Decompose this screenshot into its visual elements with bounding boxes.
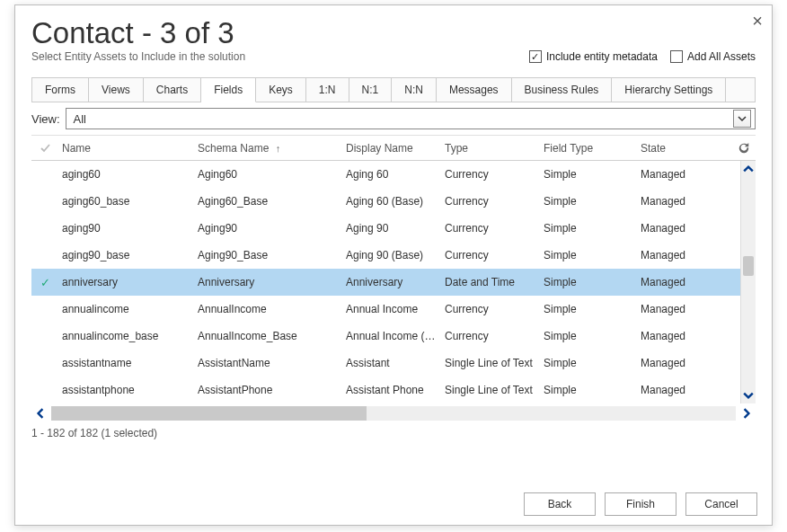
add-all-assets-checkbox[interactable]: Add All Assets: [670, 50, 756, 63]
subtitle-row: Select Entity Assets to Include in the s…: [31, 50, 756, 63]
table-row[interactable]: aging90_baseAging90_BaseAging 90 (Base)C…: [31, 242, 740, 269]
tab-keys[interactable]: Keys: [256, 78, 306, 102]
tab-1n[interactable]: 1:N: [306, 78, 349, 102]
tab-business-rules[interactable]: Business Rules: [512, 78, 613, 102]
tab-messages[interactable]: Messages: [437, 78, 512, 102]
scroll-down-icon[interactable]: [741, 387, 756, 403]
include-metadata-checkbox[interactable]: Include entity metadata: [529, 50, 658, 63]
hscroll-track[interactable]: [51, 406, 736, 421]
cell-schema: Anniversary: [198, 276, 346, 288]
cell-field-type: Simple: [544, 384, 641, 396]
scroll-thumb[interactable]: [743, 256, 754, 276]
table-row[interactable]: aging60_baseAging60_BaseAging 60 (Base)C…: [31, 188, 740, 215]
cell-field-type: Simple: [544, 195, 641, 208]
tab-fields[interactable]: Fields: [201, 78, 256, 102]
tab-nn[interactable]: N:N: [392, 78, 437, 102]
cell-type: Currency: [445, 222, 544, 235]
col-header-schema[interactable]: Schema Name ↑: [198, 142, 346, 155]
col-header-display[interactable]: Display Name: [346, 142, 445, 155]
col-header-field-type[interactable]: Field Type: [544, 142, 641, 155]
cell-display: Aging 60 (Base): [346, 195, 445, 208]
view-row: View: All: [31, 108, 756, 129]
cell-field-type: Simple: [544, 168, 641, 181]
tab-views[interactable]: Views: [89, 78, 144, 102]
cell-display: Annual Income (…: [346, 330, 445, 342]
table-row[interactable]: aging60Aging60Aging 60CurrencySimpleMana…: [31, 161, 740, 188]
cell-name: assistantphone: [58, 384, 198, 396]
cell-name: annualincome_base: [58, 330, 198, 342]
col-header-name[interactable]: Name: [58, 142, 198, 155]
cell-state: Managed: [641, 330, 740, 342]
cell-state: Managed: [641, 357, 740, 369]
fields-grid: Name Schema Name ↑ Display Name Type Fie…: [31, 135, 756, 403]
col-header-state[interactable]: State: [641, 142, 732, 155]
refresh-icon[interactable]: [732, 142, 756, 155]
tabs: Forms Views Charts Fields Keys 1:N N:1 N…: [31, 77, 756, 102]
cell-field-type: Simple: [544, 249, 641, 262]
checkbox-empty-icon: [670, 50, 683, 63]
vertical-scrollbar[interactable]: [740, 161, 756, 403]
page-title: Contact - 3 of 3: [31, 16, 756, 50]
scroll-up-icon[interactable]: [741, 161, 756, 177]
tabs-filler: [726, 78, 755, 102]
back-button[interactable]: Back: [524, 492, 596, 516]
cell-field-type: Simple: [544, 303, 641, 315]
tab-forms[interactable]: Forms: [32, 78, 89, 102]
close-icon[interactable]: ×: [752, 11, 763, 31]
cell-schema: AssistantName: [198, 357, 346, 369]
cell-schema: AnnualIncome: [198, 303, 346, 315]
table-row[interactable]: assistantphoneAssistantPhoneAssistant Ph…: [31, 377, 740, 403]
grid-header: Name Schema Name ↑ Display Name Type Fie…: [31, 136, 756, 161]
cell-display: Anniversary: [346, 276, 445, 288]
table-row[interactable]: annualincome_baseAnnualIncome_BaseAnnual…: [31, 323, 740, 350]
tab-n1[interactable]: N:1: [349, 78, 393, 102]
cell-type: Currency: [445, 195, 544, 208]
cell-display: Annual Income: [346, 303, 445, 315]
cell-name: annualincome: [58, 303, 198, 315]
cancel-button[interactable]: Cancel: [685, 492, 757, 516]
subtitle-text: Select Entity Assets to Include in the s…: [31, 50, 245, 63]
select-all-checkbox[interactable]: [31, 142, 58, 154]
scroll-left-icon[interactable]: [31, 405, 49, 421]
table-row[interactable]: ✓anniversaryAnniversaryAnniversaryDate a…: [31, 269, 740, 296]
horizontal-scrollbar[interactable]: [31, 405, 756, 421]
sort-ascending-icon: ↑: [276, 143, 281, 154]
cell-schema: Aging60: [198, 168, 346, 181]
cell-field-type: Simple: [544, 330, 641, 342]
cell-display: Aging 90 (Base): [346, 249, 445, 262]
cell-type: Currency: [445, 303, 544, 315]
cell-state: Managed: [641, 276, 740, 288]
table-row[interactable]: aging90Aging90Aging 90CurrencySimpleMana…: [31, 215, 740, 242]
cell-schema: AnnualIncome_Base: [198, 330, 346, 342]
cell-state: Managed: [641, 168, 740, 181]
tab-hierarchy-settings[interactable]: Hierarchy Settings: [612, 78, 726, 102]
table-row[interactable]: annualincomeAnnualIncomeAnnual IncomeCur…: [31, 296, 740, 323]
scroll-track[interactable]: [741, 177, 756, 387]
finish-button[interactable]: Finish: [605, 492, 676, 516]
cell-type: Currency: [445, 249, 544, 262]
include-metadata-label: Include entity metadata: [546, 50, 658, 63]
col-header-schema-label: Schema Name: [198, 142, 269, 155]
view-select-value: All: [74, 112, 86, 126]
cell-name: aging90: [58, 222, 198, 235]
scroll-right-icon[interactable]: [738, 405, 756, 421]
cell-field-type: Simple: [544, 276, 641, 288]
checkbox-checked-icon: [529, 50, 542, 63]
table-row[interactable]: assistantnameAssistantNameAssistantSingl…: [31, 350, 740, 377]
hscroll-thumb[interactable]: [51, 406, 367, 421]
cell-schema: AssistantPhone: [198, 384, 346, 396]
row-check-icon[interactable]: ✓: [31, 276, 58, 289]
cell-schema: Aging90_Base: [198, 249, 346, 262]
cell-display: Aging 90: [346, 222, 445, 235]
cell-type: Currency: [445, 330, 544, 342]
cell-name: anniversary: [58, 276, 198, 288]
cell-state: Managed: [641, 303, 740, 315]
cell-schema: Aging90: [198, 222, 346, 235]
col-header-type[interactable]: Type: [445, 142, 544, 155]
tab-charts[interactable]: Charts: [144, 78, 201, 102]
dialog-footer: Back Finish Cancel: [524, 492, 757, 516]
cell-name: aging60: [58, 168, 198, 181]
grid-body: aging60Aging60Aging 60CurrencySimpleMana…: [31, 161, 756, 403]
cell-type: Date and Time: [445, 276, 544, 288]
view-select[interactable]: All: [66, 108, 756, 129]
